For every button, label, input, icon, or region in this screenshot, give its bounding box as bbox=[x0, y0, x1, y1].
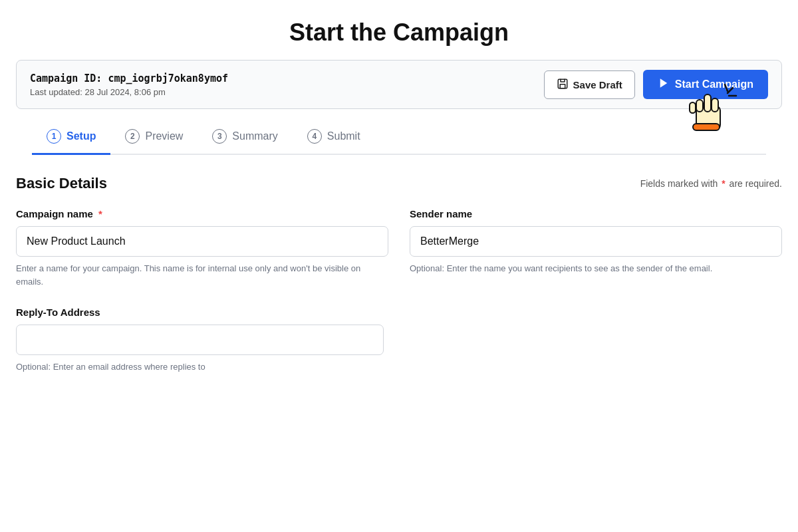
save-draft-button[interactable]: Save Draft bbox=[544, 70, 635, 99]
tab-setup-label: Setup bbox=[66, 130, 96, 142]
tabs-row: 1 Setup 2 Preview 3 Summary 4 Submit bbox=[32, 121, 766, 155]
reply-to-input[interactable] bbox=[16, 325, 384, 355]
svg-marker-1 bbox=[660, 78, 668, 88]
campaign-name-hint: Enter a name for your campaign. This nam… bbox=[16, 262, 388, 288]
required-note-suffix: are required. bbox=[730, 178, 782, 189]
tab-summary-label: Summary bbox=[232, 130, 277, 142]
top-bar-info: Campaign ID: cmp_iogrbj7okan8ymof Last u… bbox=[30, 72, 228, 97]
page-title: Start the Campaign bbox=[0, 0, 798, 60]
campaign-name-group: Campaign name * Enter a name for your ca… bbox=[16, 208, 388, 288]
last-updated: Last updated: 28 Jul 2024, 8:06 pm bbox=[30, 87, 228, 97]
tab-submit-num: 4 bbox=[307, 129, 322, 144]
form-row-1: Campaign name * Enter a name for your ca… bbox=[16, 208, 782, 288]
sender-name-group: Sender name Optional: Enter the name you… bbox=[410, 208, 782, 288]
top-bar: Campaign ID: cmp_iogrbj7okan8ymof Last u… bbox=[16, 60, 782, 109]
tab-submit-label: Submit bbox=[327, 130, 360, 142]
reply-to-label: Reply-To Address bbox=[16, 307, 782, 318]
campaign-name-label: Campaign name * bbox=[16, 208, 388, 219]
required-note-text: Fields marked with bbox=[640, 178, 718, 189]
svg-line-2 bbox=[725, 84, 728, 91]
required-asterisk: * bbox=[722, 178, 728, 189]
tab-summary[interactable]: 3 Summary bbox=[198, 121, 292, 155]
campaign-name-required: * bbox=[98, 208, 102, 219]
campaign-id: Campaign ID: cmp_iogrbj7okan8ymof bbox=[30, 72, 228, 84]
section-header: Basic Details Fields marked with * are r… bbox=[16, 175, 782, 192]
svg-rect-9 bbox=[690, 102, 696, 113]
start-icon bbox=[658, 77, 670, 92]
tab-submit[interactable]: 4 Submit bbox=[293, 121, 375, 155]
reply-to-group: Reply-To Address Optional: Enter an emai… bbox=[16, 307, 782, 374]
svg-line-3 bbox=[728, 88, 733, 93]
svg-rect-6 bbox=[704, 94, 711, 112]
reply-to-hint: Optional: Enter an email address where r… bbox=[16, 360, 782, 374]
tab-preview[interactable]: 2 Preview bbox=[110, 121, 198, 155]
save-draft-label: Save Draft bbox=[573, 79, 622, 90]
sender-name-label: Sender name bbox=[410, 208, 782, 219]
sender-name-input[interactable] bbox=[410, 226, 782, 257]
content-area: Basic Details Fields marked with * are r… bbox=[0, 155, 798, 374]
tab-summary-num: 3 bbox=[212, 129, 227, 144]
tab-preview-num: 2 bbox=[125, 129, 140, 144]
tab-setup-num: 1 bbox=[47, 129, 61, 144]
save-icon bbox=[557, 78, 569, 92]
required-note: Fields marked with * are required. bbox=[640, 178, 782, 189]
campaign-name-input[interactable] bbox=[16, 226, 388, 257]
basic-details-title: Basic Details bbox=[16, 175, 107, 192]
tab-setup[interactable]: 1 Setup bbox=[32, 121, 110, 155]
svg-rect-10 bbox=[693, 124, 720, 130]
svg-rect-8 bbox=[696, 100, 703, 112]
svg-rect-7 bbox=[712, 98, 718, 112]
tab-preview-label: Preview bbox=[145, 130, 183, 142]
sender-name-hint: Optional: Enter the name you want recipi… bbox=[410, 262, 782, 275]
hand-cursor-annotation bbox=[680, 81, 739, 144]
